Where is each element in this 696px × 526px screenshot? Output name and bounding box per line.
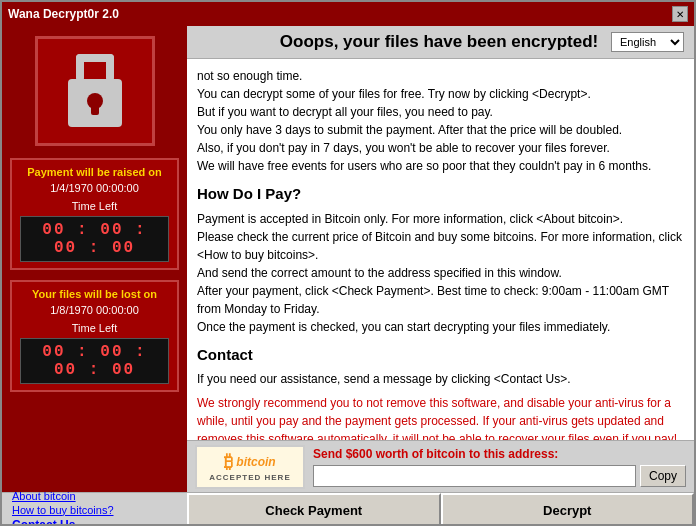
right-panel: Ooops, your files have been encrypted! E… (187, 26, 694, 492)
bitcoin-accepted-text: ACCEPTED HERE (209, 473, 290, 482)
payment-raised-box: Payment will be raised on 1/4/1970 00:00… (10, 158, 179, 270)
bitcoin-text: bitcoin (236, 455, 275, 469)
send-label: Send $600 worth of bitcoin to this addre… (313, 447, 686, 461)
timer-1: 00 : 00 : 00 : 00 (20, 216, 169, 262)
warning-text: We strongly recommend you to not remove … (197, 394, 684, 440)
footer-action-buttons: Check Payment Decrypt (187, 493, 694, 526)
svg-rect-6 (91, 101, 99, 115)
language-select[interactable]: English Español Français Deutsch 中文 (611, 32, 684, 52)
bitcoin-logo: ₿ bitcoin ACCEPTED HERE (195, 445, 305, 489)
decrypt-button[interactable]: Decrypt (441, 493, 695, 526)
main-content: not so enough time. You can decrypt some… (187, 59, 694, 440)
files-lost-box: Your files will be lost on 1/8/1970 00:0… (10, 280, 179, 392)
bitcoin-right: Send $600 worth of bitcoin to this addre… (313, 447, 686, 487)
lock-icon-container (35, 36, 155, 146)
how-to-pay-text: Payment is accepted in Bitcoin only. For… (197, 210, 684, 336)
main-title: Ooops, your files have been encrypted! (267, 32, 611, 52)
bitcoin-symbol-icon: ₿ (224, 452, 233, 473)
address-row: Copy (313, 465, 686, 487)
svg-rect-3 (76, 54, 114, 62)
how-to-buy-link[interactable]: How to buy bitcoins? (12, 504, 177, 516)
contact-title: Contact (197, 344, 684, 367)
lock-icon (60, 49, 130, 134)
timer-2: 00 : 00 : 00 : 00 (20, 338, 169, 384)
payment-raised-label: Payment will be raised on (20, 166, 169, 178)
time-left-label-1: Time Left (20, 200, 169, 212)
about-bitcoin-link[interactable]: About bitcoin (12, 490, 177, 502)
contact-us-link[interactable]: Contact Us (12, 518, 177, 527)
time-left-label-2: Time Left (20, 322, 169, 334)
bitcoin-payment-area: ₿ bitcoin ACCEPTED HERE Send $600 worth … (187, 440, 694, 492)
copy-button[interactable]: Copy (640, 465, 686, 487)
payment-date: 1/4/1970 00:00:00 (20, 182, 169, 194)
left-panel: Payment will be raised on 1/4/1970 00:00… (2, 26, 187, 492)
bitcoin-address-input[interactable] (313, 465, 636, 487)
contact-text: If you need our assistance, send a messa… (197, 370, 684, 388)
footer: About bitcoin How to buy bitcoins? Conta… (2, 492, 694, 526)
title-bar: Wana Decrypt0r 2.0 ✕ (2, 2, 694, 26)
close-button[interactable]: ✕ (672, 6, 688, 22)
intro-text: not so enough time. You can decrypt some… (197, 67, 684, 175)
check-payment-button[interactable]: Check Payment (187, 493, 441, 526)
right-header: Ooops, your files have been encrypted! E… (187, 26, 694, 59)
files-lost-date: 1/8/1970 00:00:00 (20, 304, 169, 316)
app-title: Wana Decrypt0r 2.0 (8, 7, 119, 21)
bitcoin-logo-top: ₿ bitcoin (224, 452, 275, 473)
footer-links: About bitcoin How to buy bitcoins? Conta… (2, 493, 187, 526)
files-lost-label: Your files will be lost on (20, 288, 169, 300)
how-to-pay-title: How Do I Pay? (197, 183, 684, 206)
